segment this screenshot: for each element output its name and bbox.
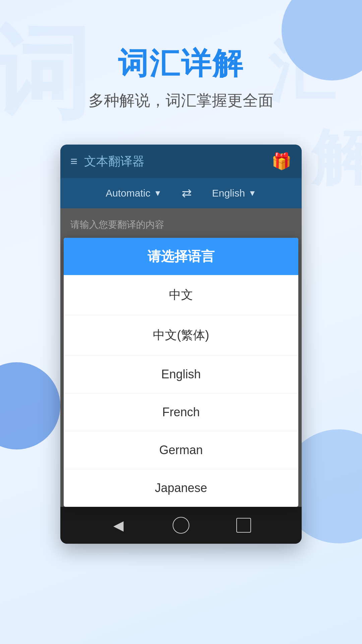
bg-decoration-bottom-left (0, 362, 60, 449)
target-language-chevron: ▼ (248, 189, 256, 198)
target-language-selector[interactable]: English ▼ (212, 187, 256, 199)
source-language-selector[interactable]: Automatic ▼ (106, 187, 162, 199)
nav-home-circle (173, 517, 189, 534)
app-title: 文本翻译器 (84, 153, 272, 170)
app-toolbar: ≡ 文本翻译器 🎁 (60, 145, 302, 178)
dialog-header: 请选择语言 (64, 238, 298, 275)
page-subtitle: 多种解说，词汇掌握更全面 (0, 90, 362, 111)
bottom-nav: ◀ (60, 507, 302, 544)
language-option-de-label: German (159, 443, 203, 457)
nav-recent-square (236, 518, 251, 533)
app-mockup: ≡ 文本翻译器 🎁 Automatic ▼ ⇄ English ▼ 请输入您要翻… (60, 145, 302, 544)
swap-languages-button[interactable]: ⇄ (182, 186, 192, 200)
language-option-en-label: English (161, 367, 201, 381)
language-bar: Automatic ▼ ⇄ English ▼ (60, 178, 302, 208)
language-option-zh-label: 中文 (169, 287, 193, 303)
nav-recent-button[interactable] (234, 515, 254, 535)
source-language-chevron: ▼ (154, 189, 162, 198)
page-title: 词汇详解 (0, 47, 362, 80)
language-option-zh-tw[interactable]: 中文(繁体) (64, 315, 298, 356)
app-content: 请输入您要翻译的内容 请选择语言 中文 中文(繁体) English Frenc… (60, 208, 302, 507)
target-language-label: English (212, 187, 245, 199)
language-dialog: 请选择语言 中文 中文(繁体) English French German (64, 238, 298, 507)
dialog-body: 中文 中文(繁体) English French German Japanese (64, 275, 298, 507)
language-option-ja[interactable]: Japanese (64, 469, 298, 507)
input-placeholder: 请输入您要翻译的内容 (60, 208, 302, 238)
dialog-title: 请选择语言 (74, 247, 288, 266)
language-option-en[interactable]: English (64, 356, 298, 393)
language-option-fr-label: French (162, 405, 200, 419)
language-option-zh[interactable]: 中文 (64, 275, 298, 315)
source-language-label: Automatic (106, 187, 150, 199)
language-option-ja-label: Japanese (155, 481, 207, 495)
nav-back-button[interactable]: ◀ (108, 515, 128, 535)
language-option-zh-tw-label: 中文(繁体) (153, 327, 209, 343)
page-header: 词汇详解 多种解说，词汇掌握更全面 (0, 0, 362, 131)
gift-icon[interactable]: 🎁 (272, 152, 292, 171)
nav-home-button[interactable] (171, 515, 191, 535)
menu-icon[interactable]: ≡ (70, 154, 77, 168)
language-option-fr[interactable]: French (64, 393, 298, 431)
language-option-de[interactable]: German (64, 431, 298, 469)
